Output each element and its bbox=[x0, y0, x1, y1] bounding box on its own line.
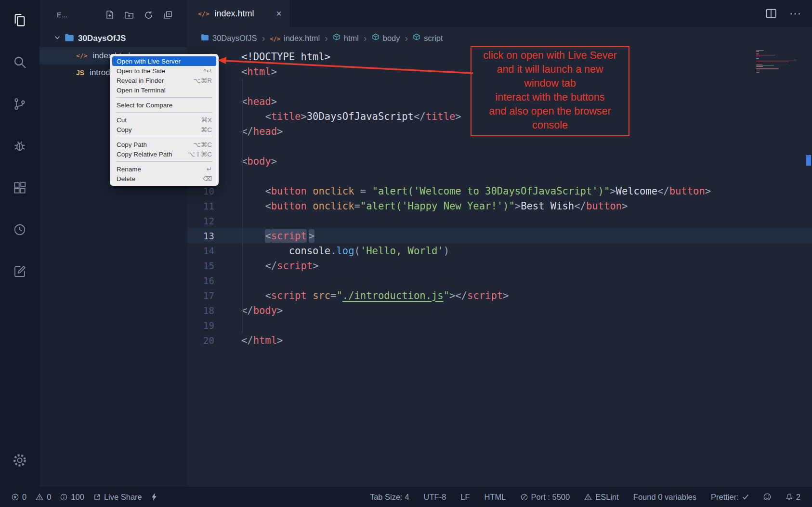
annotation-line: click on open with Live Sever bbox=[471, 49, 629, 63]
lightning-icon bbox=[151, 493, 157, 501]
code-line-14[interactable]: 14 console.log('Hello, World') bbox=[187, 243, 812, 258]
refresh-button[interactable] bbox=[143, 10, 154, 20]
menu-item-reveal-in-finder[interactable]: Reveal in Finder⌥⌘R bbox=[112, 76, 216, 85]
status-label: LF bbox=[460, 493, 470, 502]
breadcrumb-item-30daysofjs[interactable]: 30DaysOfJS bbox=[201, 34, 257, 43]
code-line-19[interactable]: 19 bbox=[187, 318, 812, 333]
breadcrumb-item-script[interactable]: script bbox=[413, 33, 443, 43]
annotation-line: window tab bbox=[471, 77, 629, 91]
menu-item-label: Copy bbox=[117, 126, 132, 133]
menu-item-shortcut: ⌘X bbox=[201, 116, 212, 124]
menu-item-shortcut: ⌥⌘C bbox=[193, 141, 212, 148]
line-content: </body> bbox=[214, 305, 283, 316]
status-info[interactable]: 100 bbox=[60, 493, 84, 502]
menu-item-open-in-terminal[interactable]: Open in Terminal bbox=[112, 85, 216, 95]
menu-item-delete[interactable]: Delete⌫ bbox=[112, 174, 216, 183]
chevron-right-icon: › bbox=[325, 33, 328, 44]
menu-item-label: Reveal in Finder bbox=[117, 77, 164, 84]
menu-item-rename[interactable]: Rename↵ bbox=[112, 164, 216, 174]
code-line-8[interactable]: 8<body> bbox=[187, 154, 812, 169]
status-label: 100 bbox=[71, 493, 84, 502]
breadcrumb-label: script bbox=[424, 34, 443, 43]
annotation-line: interact with the buttons bbox=[471, 91, 629, 104]
line-content: <script> bbox=[214, 230, 314, 242]
status-left: 00100Live Share bbox=[12, 493, 157, 502]
code-line-12[interactable]: 12 bbox=[187, 213, 812, 228]
annotation-line: and it will launch a new bbox=[471, 63, 629, 77]
status-variables[interactable]: Found 0 variables bbox=[633, 493, 696, 502]
minimap-line bbox=[756, 50, 764, 51]
new-file-button[interactable] bbox=[105, 10, 115, 20]
edit-pencil-icon bbox=[13, 264, 27, 281]
code-line-11[interactable]: 11 <button onclick="alert('Happy New Yea… bbox=[187, 198, 812, 213]
status-eslint[interactable]: ESLint bbox=[584, 493, 619, 502]
close-tab-icon[interactable]: × bbox=[276, 9, 282, 18]
code-line-10[interactable]: 10 <button onclick = "alert('Welcome to … bbox=[187, 183, 812, 198]
code-line-18[interactable]: 18</body> bbox=[187, 303, 812, 318]
gear-icon bbox=[12, 453, 27, 470]
line-number: 11 bbox=[187, 201, 214, 211]
status-port[interactable]: Port : 5500 bbox=[521, 493, 570, 502]
menu-item-copy-path[interactable]: Copy Path⌥⌘C bbox=[112, 140, 216, 149]
minimap[interactable] bbox=[756, 50, 800, 73]
activity-item-explorer[interactable] bbox=[0, 0, 39, 42]
code-line-16[interactable]: 16 bbox=[187, 273, 812, 288]
status-warnings[interactable]: 0 bbox=[36, 493, 51, 502]
status-errors[interactable]: 0 bbox=[12, 493, 26, 502]
minimap-line bbox=[756, 58, 759, 59]
menu-item-shortcut: ⌥⌘R bbox=[193, 77, 212, 84]
code-line-13[interactable]: 13 <script> bbox=[187, 228, 812, 243]
status-prettier[interactable]: Prettier: bbox=[711, 493, 749, 502]
line-content: <head> bbox=[214, 96, 277, 107]
menu-item-open-with-live-server[interactable]: Open with Live Server bbox=[112, 56, 216, 66]
menu-item-copy[interactable]: Copy⌘C bbox=[112, 125, 216, 134]
new-folder-button[interactable] bbox=[124, 10, 134, 20]
activity-item-source-control[interactable] bbox=[0, 84, 39, 126]
debug-icon bbox=[13, 139, 27, 155]
breadcrumb-item-index-html[interactable]: </>index.html bbox=[270, 34, 320, 43]
menu-item-label: Cut bbox=[117, 117, 127, 124]
split-editor-button[interactable] bbox=[765, 8, 777, 19]
breadcrumb-item-body[interactable]: body bbox=[372, 33, 400, 43]
status-label: 2 bbox=[796, 493, 800, 502]
more-actions-button[interactable]: ··· bbox=[789, 7, 801, 20]
status-eol[interactable]: LF bbox=[460, 493, 470, 502]
status-feedback[interactable] bbox=[763, 493, 771, 501]
line-content: <button onclick = "alert('Welcome to 30D… bbox=[214, 185, 711, 197]
menu-item-select-for-compare[interactable]: Select for Compare bbox=[112, 100, 216, 110]
status-lightning[interactable] bbox=[151, 493, 157, 501]
code-line-20[interactable]: 20</html> bbox=[187, 333, 812, 348]
folder-row-30daysofjs[interactable]: 30DaysOfJS bbox=[39, 30, 187, 47]
collapse-all-button[interactable] bbox=[162, 10, 173, 20]
code-line-15[interactable]: 15 </script> bbox=[187, 258, 812, 273]
smiley-icon bbox=[763, 493, 771, 501]
line-content: </html> bbox=[214, 335, 283, 346]
breadcrumb-item-html[interactable]: html bbox=[333, 33, 359, 43]
code-line-17[interactable]: 17 <script src="./introduction.js"></scr… bbox=[187, 288, 812, 303]
chevron-right-icon: › bbox=[364, 33, 367, 44]
line-number: 20 bbox=[187, 335, 214, 346]
menu-item-cut[interactable]: Cut⌘X bbox=[112, 115, 216, 125]
status-notifications[interactable]: 2 bbox=[786, 493, 800, 502]
activity-item-run-debug[interactable] bbox=[0, 126, 39, 168]
activity-item-history[interactable] bbox=[0, 209, 39, 251]
line-number: 17 bbox=[187, 290, 214, 301]
tab-title: index.html bbox=[214, 9, 254, 19]
activity-item-search[interactable] bbox=[0, 42, 39, 84]
status-tab-size[interactable]: Tab Size: 4 bbox=[370, 493, 409, 502]
code-line-9[interactable]: 9 bbox=[187, 169, 812, 183]
status-encoding[interactable]: UTF-8 bbox=[424, 493, 446, 502]
menu-item-open-to-the-side[interactable]: Open to the Side^↵ bbox=[112, 66, 216, 76]
tab-index-html[interactable]: </> index.html × bbox=[187, 0, 289, 27]
symbol-icon bbox=[413, 33, 420, 43]
eslint-warning-icon bbox=[584, 494, 592, 500]
status-live-share[interactable]: Live Share bbox=[93, 493, 142, 502]
annotation-box: click on open with Live Sever and it wil… bbox=[471, 46, 629, 136]
code-line-7[interactable]: 7 bbox=[187, 139, 812, 154]
activity-item-extensions[interactable] bbox=[0, 168, 39, 209]
activity-item-feedback[interactable] bbox=[0, 251, 39, 293]
menu-item-copy-relative-path[interactable]: Copy Relative Path⌥⇧⌘C bbox=[112, 149, 216, 159]
status-language[interactable]: HTML bbox=[485, 493, 506, 502]
menu-item-shortcut: ⌘C bbox=[201, 126, 212, 133]
activity-item-settings[interactable] bbox=[0, 440, 39, 482]
